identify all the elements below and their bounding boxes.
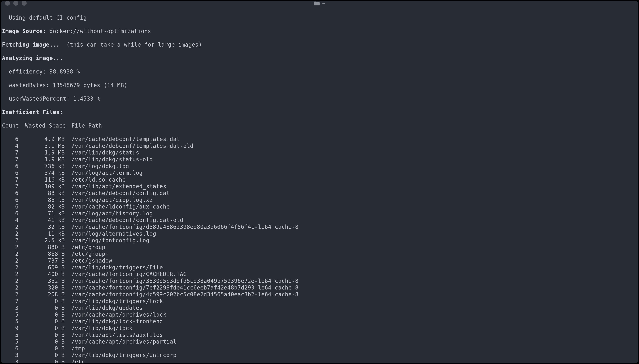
traffic-lights xyxy=(5,1,27,6)
cell-count: 6 xyxy=(2,190,19,197)
cell-wasted: 374 kB xyxy=(19,170,65,176)
cell-count: 9 xyxy=(2,325,19,332)
cell-wasted: 11 kB xyxy=(19,230,65,237)
cell-wasted: 736 kB xyxy=(19,163,65,170)
fetching-label: Fetching image... xyxy=(2,42,60,48)
cell-path: /var/lib/dpkg/triggers/Unincorp xyxy=(65,352,176,359)
table-row: 22.5 kB/var/log/fontconfig.log xyxy=(2,237,637,244)
cell-count: 6 xyxy=(2,136,19,143)
cell-wasted: 85 kB xyxy=(19,197,65,204)
folder-icon xyxy=(314,1,320,5)
table-row: 2320 B/var/cache/fontconfig/7ef2298fde41… xyxy=(2,284,637,291)
table-row: 30 B/var/lib/dpkg/triggers/Unincorp xyxy=(2,352,637,359)
cell-count: 2 xyxy=(2,271,19,278)
log-line: Image Source: docker://without-optimizat… xyxy=(2,28,637,35)
table-row: 441 kB/var/cache/debconf/config.dat-old xyxy=(2,217,637,224)
cell-path: /var/lib/dpkg/triggers/Lock xyxy=(65,298,163,305)
cell-wasted: 0 B xyxy=(19,332,65,338)
wasted-bytes-line: wastedBytes: 13548679 bytes (14 MB) xyxy=(2,82,637,89)
efficiency-line: efficiency: 98.8938 % xyxy=(2,68,637,75)
cell-wasted: 2.5 kB xyxy=(19,237,65,244)
table-row: 685 kB/var/log/apt/eipp.log.xz xyxy=(2,197,637,204)
cell-count: 5 xyxy=(2,312,19,318)
cell-wasted: 208 B xyxy=(19,291,65,298)
cell-count: 2 xyxy=(2,224,19,230)
cell-path: /var/lib/dpkg/status-old xyxy=(65,156,153,163)
zoom-button[interactable] xyxy=(22,1,27,6)
table-row: 50 B/var/lib/apt/lists/auxfiles xyxy=(2,332,637,338)
cell-wasted: 0 B xyxy=(19,318,65,325)
image-source-value: docker://without-optimizations xyxy=(46,28,151,34)
user-wasted-line: userWastedPercent: 1.4533 % xyxy=(2,96,637,102)
cell-path: /var/cache/apt/archives/partial xyxy=(65,338,176,345)
log-line: Using default CI config xyxy=(2,14,637,21)
cell-count: 4 xyxy=(2,143,19,150)
cell-wasted: 868 B xyxy=(19,250,65,258)
cell-path: /var/log/fontconfig.log xyxy=(65,237,149,244)
cell-count: 4 xyxy=(2,217,19,224)
cell-count: 6 xyxy=(2,210,19,217)
table-row: 43.1 MB/var/cache/debconf/templates.dat-… xyxy=(2,143,637,150)
table-row: 6374 kB/var/log/apt/term.log xyxy=(2,170,637,176)
cell-count: 7 xyxy=(2,149,19,156)
cell-wasted: 0 B xyxy=(19,345,65,352)
table-row: 2880 B/etc/group xyxy=(2,244,637,251)
cell-count: 2 xyxy=(2,244,19,251)
terminal-window: ~ Using default CI config Image Source: … xyxy=(1,1,638,363)
cell-wasted: 88 kB xyxy=(19,190,65,197)
cell-wasted: 116 kB xyxy=(19,176,65,183)
cell-path: /var/cache/debconf/config.dat xyxy=(65,190,170,197)
cell-path: /var/cache/debconf/templates.dat xyxy=(65,136,180,143)
cell-wasted: 0 B xyxy=(19,298,65,305)
cell-path: /var/lib/dpkg/lock-frontend xyxy=(65,318,163,325)
cell-count: 5 xyxy=(2,318,19,325)
cell-path: /etc xyxy=(65,359,85,363)
file-rows: 64.9 MB/var/cache/debconf/templates.dat4… xyxy=(2,136,637,363)
cell-count: 2 xyxy=(2,284,19,291)
table-row: 2609 B/var/lib/dpkg/triggers/File xyxy=(2,264,637,271)
table-row: 2352 B/var/cache/fontconfig/3830d5c3ddfd… xyxy=(2,278,637,284)
terminal-body[interactable]: Using default CI config Image Source: do… xyxy=(1,6,638,363)
cell-count: 6 xyxy=(2,163,19,170)
cell-path: /etc/group xyxy=(65,244,105,251)
cell-count: 7 xyxy=(2,298,19,305)
image-source-label: Image Source: xyxy=(2,28,46,34)
cell-wasted: 71 kB xyxy=(19,210,65,217)
cell-count: 6 xyxy=(2,203,19,210)
cell-path: /tmp xyxy=(65,345,85,352)
cell-path: /etc/group- xyxy=(65,250,109,258)
table-row: 64.9 MB/var/cache/debconf/templates.dat xyxy=(2,136,637,143)
cell-wasted: 1.9 MB xyxy=(19,149,65,156)
cell-wasted: 1.9 MB xyxy=(19,156,65,163)
cell-path: /var/log/apt/term.log xyxy=(65,170,143,176)
cell-wasted: 0 B xyxy=(19,312,65,318)
cell-path: /var/log/apt/eipp.log.xz xyxy=(65,197,153,204)
cell-count: 3 xyxy=(2,359,19,363)
table-row: 211 kB/var/log/alternatives.log xyxy=(2,230,637,237)
cell-count: 7 xyxy=(2,156,19,163)
cell-count: 7 xyxy=(2,183,19,190)
cell-count: 2 xyxy=(2,258,19,264)
cell-path: /var/lib/dpkg/triggers/File xyxy=(65,264,163,271)
cell-wasted: 400 B xyxy=(19,271,65,278)
cell-count: 6 xyxy=(2,197,19,204)
table-row: 30 B/var/lib/dpkg/updates xyxy=(2,305,637,312)
col-wasted: Wasted Space xyxy=(19,122,65,129)
cell-path: /var/log/alternatives.log xyxy=(65,230,156,237)
cell-wasted: 0 B xyxy=(19,305,65,312)
cell-wasted: 0 B xyxy=(19,359,65,363)
cell-wasted: 320 B xyxy=(19,284,65,291)
cell-path: /var/cache/debconf/config.dat-old xyxy=(65,217,183,224)
close-button[interactable] xyxy=(5,1,10,6)
minimize-button[interactable] xyxy=(13,1,18,6)
cell-path: /var/lib/dpkg/status xyxy=(65,149,139,156)
cell-path: /var/cache/fontconfig/7ef2298fde41cc6eeb… xyxy=(65,284,298,291)
cell-count: 6 xyxy=(2,345,19,352)
cell-path: /var/cache/fontconfig/CACHEDIR.TAG xyxy=(65,271,187,278)
analyzing-label: Analyzing image... xyxy=(2,55,637,62)
cell-path: /var/cache/fontconfig/4c599c202bc5c08e2d… xyxy=(65,291,298,298)
cell-path: /etc/gshadow xyxy=(65,258,112,264)
col-count: Count xyxy=(2,122,19,129)
table-row: 50 B/var/lib/dpkg/lock-frontend xyxy=(2,318,637,325)
cell-wasted: 109 kB xyxy=(19,183,65,190)
